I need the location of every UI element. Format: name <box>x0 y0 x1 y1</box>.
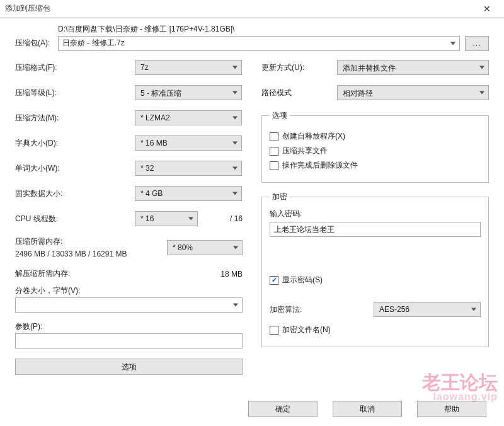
help-button[interactable]: 帮助 <box>417 401 486 417</box>
word-select[interactable]: * 32 <box>135 161 242 176</box>
archive-dir: D:\百度网盘下载\日奈娇 - 维修工 [176P+4V-1.81GB]\ <box>58 24 460 35</box>
options-group: 选项 创建自释放程序(X) 压缩共享文件 操作完成后删除源文件 <box>261 110 489 183</box>
enc-algo-select[interactable]: AES-256 <box>374 302 481 317</box>
encrypt-names-checkbox[interactable] <box>270 326 278 335</box>
password-input[interactable] <box>270 222 481 237</box>
volume-combo[interactable] <box>15 297 243 313</box>
update-label: 更新方式(U): <box>261 62 337 73</box>
encrypt-group: 加密 输入密码: 显示密码(S) 加密算法: AES-256 加密文件名(N) <box>261 192 489 347</box>
volume-label: 分卷大小，字节(V): <box>15 285 243 296</box>
options-legend: 选项 <box>270 110 290 121</box>
enc-algo-label: 加密算法: <box>270 304 367 315</box>
delete-checkbox[interactable] <box>270 161 278 170</box>
shared-checkbox[interactable] <box>270 147 278 156</box>
format-select[interactable]: 7z <box>135 60 242 75</box>
sfx-label: 创建自释放程序(X) <box>282 131 345 142</box>
dict-select[interactable]: * 16 MB <box>135 135 242 151</box>
options-button[interactable]: 选项 <box>15 359 243 375</box>
encrypt-legend: 加密 <box>270 192 290 202</box>
pathmode-label: 路径模式 <box>261 88 337 98</box>
delete-label: 操作完成后删除源文件 <box>282 160 358 171</box>
window-title: 添加到压缩包 <box>5 3 474 14</box>
mem-comp-value: 2496 MB / 13033 MB / 16291 MB <box>15 250 135 258</box>
params-label: 参数(P): <box>15 321 243 332</box>
cpu-total: / 16 <box>230 214 243 223</box>
archive-label: 压缩包(A): <box>15 26 53 49</box>
archive-name-combo[interactable]: 日奈娇 - 维修工.7z <box>58 36 460 51</box>
watermark: 老王论坛 laowang.vip <box>422 373 498 402</box>
ok-button[interactable]: 确定 <box>248 401 318 417</box>
cpu-select[interactable]: * 16 <box>135 211 198 226</box>
titlebar: 添加到压缩包 ✕ <box>0 0 504 18</box>
cancel-button[interactable]: 取消 <box>333 401 402 417</box>
level-label: 压缩等级(L): <box>15 88 135 98</box>
level-select[interactable]: 5 - 标准压缩 <box>135 85 242 100</box>
solid-select[interactable]: * 4 GB <box>135 186 242 201</box>
show-password-label: 显示密码(S) <box>282 275 323 285</box>
mem-comp-select[interactable]: * 80% <box>167 240 243 255</box>
word-label: 单词大小(W): <box>15 163 135 174</box>
update-select[interactable]: 添加并替换文件 <box>337 60 489 75</box>
mem-decomp-value: 18 MB <box>135 270 243 279</box>
cpu-label: CPU 线程数: <box>15 214 135 224</box>
close-icon[interactable]: ✕ <box>474 1 500 16</box>
solid-label: 固实数据大小: <box>15 188 135 199</box>
dict-label: 字典大小(D): <box>15 138 135 149</box>
mem-decomp-label: 解压缩所需内存: <box>15 268 135 279</box>
encrypt-names-label: 加密文件名(N) <box>282 325 331 335</box>
sfx-checkbox[interactable] <box>270 132 278 141</box>
archive-name-value: 日奈娇 - 维修工.7z <box>62 38 125 47</box>
params-input[interactable] <box>15 333 243 348</box>
pathmode-select[interactable]: 相对路径 <box>337 85 489 100</box>
method-select[interactable]: * LZMA2 <box>135 110 242 125</box>
mem-comp-label: 压缩所需内存: <box>15 236 135 247</box>
show-password-checkbox[interactable] <box>270 276 278 285</box>
format-label: 压缩格式(F): <box>15 62 135 73</box>
browse-button[interactable]: ... <box>465 36 489 51</box>
shared-label: 压缩共享文件 <box>282 146 328 156</box>
method-label: 压缩方法(M): <box>15 113 135 124</box>
password-label: 输入密码: <box>270 209 481 219</box>
